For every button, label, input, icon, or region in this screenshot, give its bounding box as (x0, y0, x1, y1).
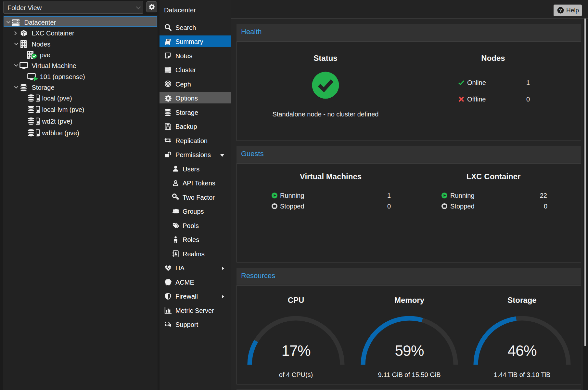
svg-text:?: ? (559, 7, 562, 13)
